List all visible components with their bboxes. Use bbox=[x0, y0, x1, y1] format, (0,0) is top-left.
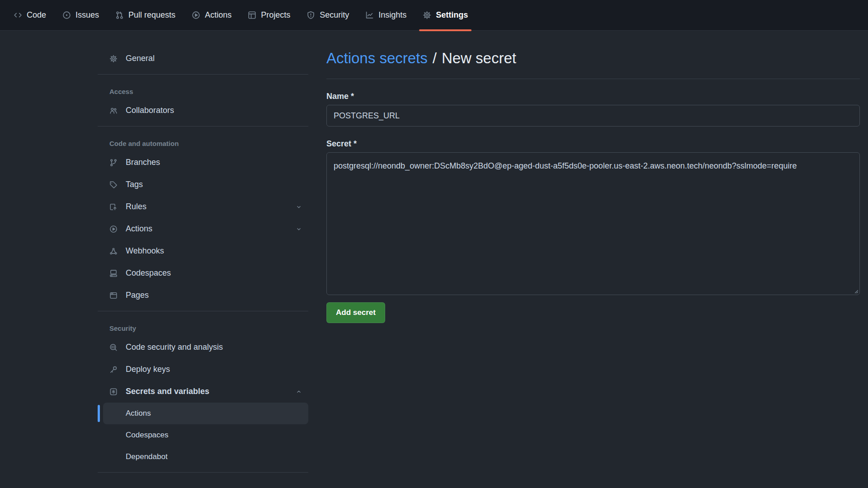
tab-label: Actions bbox=[205, 10, 231, 20]
sidebar-item-codespaces[interactable]: Codespaces bbox=[98, 262, 308, 284]
breadcrumb-current: New secret bbox=[442, 50, 516, 66]
breadcrumb-separator: / bbox=[433, 50, 437, 66]
webhook-icon bbox=[108, 247, 118, 255]
tab-label: Projects bbox=[261, 10, 290, 20]
tab-projects[interactable]: Projects bbox=[241, 0, 297, 31]
secret-value-textarea[interactable]: postgresql://neondb_owner:DScMb8sy2BdO@e… bbox=[326, 152, 860, 295]
tab-security[interactable]: Security bbox=[300, 0, 355, 31]
sidebar-section-access: Access bbox=[98, 79, 308, 99]
sidebar-item-label: Deploy keys bbox=[126, 365, 170, 374]
people-icon bbox=[108, 107, 118, 115]
repo-navigation-bar: Code Issues Pull requests Actions Projec… bbox=[0, 0, 868, 31]
sidebar-subitem-codespaces-secrets[interactable]: Codespaces bbox=[103, 424, 308, 446]
page-title: Actions secrets/New secret bbox=[326, 50, 860, 69]
sidebar-item-webhooks[interactable]: Webhooks bbox=[98, 240, 308, 262]
add-secret-button[interactable]: Add secret bbox=[326, 302, 385, 323]
sidebar-item-deploy-keys[interactable]: Deploy keys bbox=[98, 358, 308, 380]
gear-icon bbox=[108, 55, 118, 63]
resize-grip-icon[interactable] bbox=[853, 288, 859, 294]
sidebar-item-label: Codespaces bbox=[126, 268, 171, 278]
table-icon bbox=[248, 11, 256, 19]
sidebar-item-label: Webhooks bbox=[126, 246, 164, 256]
tab-label: Issues bbox=[75, 10, 99, 20]
git-pull-request-icon bbox=[115, 11, 124, 19]
divider bbox=[98, 74, 308, 75]
sidebar-section-security: Security bbox=[98, 316, 308, 336]
chevron-down-icon bbox=[296, 226, 302, 232]
divider bbox=[98, 311, 308, 311]
name-field-label: Name * bbox=[326, 92, 860, 101]
sidebar-item-label: Collaborators bbox=[126, 106, 174, 115]
tag-icon bbox=[108, 181, 118, 189]
actions-secrets-breadcrumb-link[interactable]: Actions secrets bbox=[326, 50, 428, 66]
secret-field-label: Secret * bbox=[326, 139, 860, 149]
sidebar-item-label: Rules bbox=[126, 202, 146, 211]
sidebar-subitem-actions-secrets[interactable]: Actions bbox=[103, 403, 308, 424]
divider bbox=[98, 472, 308, 473]
git-branch-icon bbox=[108, 159, 118, 167]
sidebar-item-rules[interactable]: Rules bbox=[98, 196, 308, 218]
tab-label: Insights bbox=[378, 10, 406, 20]
chevron-up-icon bbox=[296, 389, 302, 395]
sidebar-subitem-label: Codespaces bbox=[126, 431, 169, 440]
sidebar-item-label: Branches bbox=[126, 158, 160, 167]
tab-label: Settings bbox=[436, 10, 468, 20]
play-icon bbox=[108, 225, 118, 233]
sidebar-item-label: General bbox=[126, 54, 155, 63]
play-icon bbox=[192, 11, 200, 19]
tab-issues[interactable]: Issues bbox=[56, 0, 105, 31]
sidebar-item-pages[interactable]: Pages bbox=[98, 284, 308, 306]
codespaces-icon bbox=[108, 269, 118, 277]
sidebar-subitem-label: Actions bbox=[126, 409, 151, 418]
secret-textarea-wrapper: postgresql://neondb_owner:DScMb8sy2BdO@e… bbox=[326, 152, 860, 295]
secret-name-input[interactable] bbox=[326, 105, 860, 127]
settings-sidebar: General Access Collaborators Code and au… bbox=[98, 47, 308, 477]
sidebar-item-branches[interactable]: Branches bbox=[98, 151, 308, 174]
sidebar-item-label: Pages bbox=[126, 291, 149, 300]
key-icon bbox=[108, 366, 118, 374]
tab-label: Security bbox=[320, 10, 349, 20]
tab-actions[interactable]: Actions bbox=[185, 0, 238, 31]
repo-rules-icon bbox=[108, 203, 118, 211]
browser-icon bbox=[108, 291, 118, 300]
sidebar-item-general[interactable]: General bbox=[98, 47, 308, 70]
issue-opened-icon bbox=[62, 11, 71, 19]
sidebar-item-code-security[interactable]: Code security and analysis bbox=[98, 336, 308, 358]
asterisk-box-icon bbox=[108, 388, 118, 396]
divider bbox=[326, 79, 860, 79]
new-secret-form: Actions secrets/New secret Name * Secret… bbox=[326, 50, 860, 323]
gear-icon bbox=[423, 11, 431, 19]
sidebar-item-label: Secrets and variables bbox=[126, 387, 209, 396]
tab-pull-requests[interactable]: Pull requests bbox=[109, 0, 182, 31]
sidebar-item-label: Actions bbox=[126, 224, 152, 234]
shield-icon bbox=[307, 11, 315, 19]
sidebar-subitem-label: Dependabot bbox=[126, 452, 168, 461]
tab-insights[interactable]: Insights bbox=[359, 0, 413, 31]
code-icon bbox=[14, 11, 22, 19]
tab-settings[interactable]: Settings bbox=[416, 0, 474, 31]
chevron-down-icon bbox=[296, 204, 302, 210]
sidebar-item-label: Code security and analysis bbox=[126, 343, 223, 352]
sidebar-section-code-and-automation: Code and automation bbox=[98, 131, 308, 151]
sidebar-item-tags[interactable]: Tags bbox=[98, 174, 308, 196]
sidebar-item-secrets-and-variables[interactable]: Secrets and variables bbox=[98, 380, 308, 403]
sidebar-item-actions[interactable]: Actions bbox=[98, 218, 308, 240]
graph-icon bbox=[365, 11, 374, 19]
sidebar-item-label: Tags bbox=[126, 180, 143, 189]
divider bbox=[98, 126, 308, 127]
sidebar-subitem-dependabot-secrets[interactable]: Dependabot bbox=[103, 446, 308, 468]
sidebar-item-collaborators[interactable]: Collaborators bbox=[98, 99, 308, 122]
tab-label: Code bbox=[27, 10, 46, 20]
tab-label: Pull requests bbox=[128, 10, 175, 20]
codescan-icon bbox=[108, 343, 118, 352]
tab-code[interactable]: Code bbox=[7, 0, 52, 31]
